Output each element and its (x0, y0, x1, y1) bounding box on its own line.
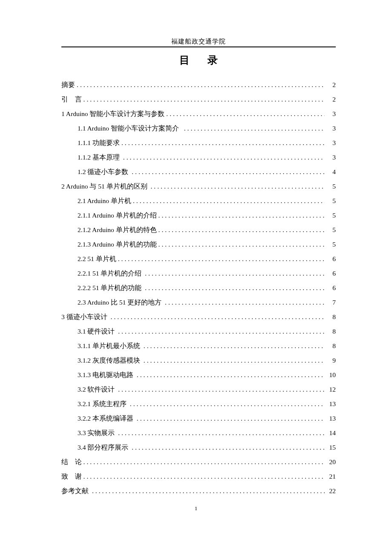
toc-list: 摘要2引 言21 Arduino 智能小车设计方案与参数31.1 Arduino… (61, 81, 336, 494)
toc-entry-label: 引 言 (61, 96, 82, 103)
toc-entry: 3.1.1 单片机最小系统 8 (61, 343, 336, 349)
toc-entry-label: 摘要 (61, 81, 75, 88)
toc-leader (159, 227, 325, 233)
toc-entry-label: 2.1 Arduino 单片机 (78, 198, 131, 204)
toc-entry-label: 致 谢 (61, 473, 82, 480)
toc-entry-page: 8 (326, 328, 336, 335)
toc-entry-label: 1.1 Arduino 智能小车设计方案简介 (78, 125, 182, 132)
toc-entry-page: 6 (326, 270, 336, 277)
toc-leader (121, 139, 325, 146)
toc-entry-page: 3 (326, 139, 336, 146)
toc-entry-label: 3.1.2 灰度传感器模块 (78, 357, 142, 364)
toc-entry-page: 13 (326, 415, 336, 422)
toc-entry: 2.1.1 Arduino 单片机的介绍5 (61, 212, 336, 219)
toc-leader (130, 401, 325, 407)
toc-entry-page: 13 (326, 401, 336, 407)
toc-leader (77, 81, 325, 88)
toc-entry: 参考文献 22 (61, 488, 336, 494)
toc-entry: 2 Arduino 与 51 单片机的区别 5 (61, 183, 336, 190)
toc-entry-label: 3.2.1 系统主程序 (78, 401, 128, 407)
header-rule (61, 46, 336, 47)
header-institution: 福建船政交通学院 (61, 38, 336, 46)
toc-leader (118, 430, 325, 436)
toc-entry-page: 3 (326, 125, 336, 132)
toc-entry-label: 1.2 循迹小车参数 (78, 169, 130, 175)
toc-entry-label: 2.2 51 单片机 (78, 256, 116, 262)
toc-entry: 2.2.1 51 单片机的介绍 6 (61, 270, 336, 277)
toc-leader (84, 96, 325, 103)
toc-leader (144, 343, 325, 349)
toc-entry-label: 1.1.1 功能要求 (78, 139, 120, 146)
toc-leader (92, 488, 325, 494)
toc-leader (118, 256, 325, 262)
toc-entry-label: 参考文献 (61, 488, 90, 494)
toc-entry: 2.1.3 Arduino 单片机的功能5 (61, 241, 336, 248)
toc-entry: 引 言2 (61, 96, 336, 103)
toc-leader (111, 314, 325, 320)
toc-leader (132, 169, 325, 175)
toc-leader (137, 372, 325, 378)
toc-title: 目 录 (61, 53, 336, 67)
toc-entry: 1.1.2 基本原理 3 (61, 154, 336, 161)
toc-leader (184, 125, 325, 132)
toc-leader (132, 444, 325, 451)
toc-entry: 3.1.2 灰度传感器模块 9 (61, 357, 336, 364)
toc-entry: 2.1 Arduino 单片机5 (61, 198, 336, 204)
toc-entry-label: 2.2.2 51 单片机的功能 (78, 285, 143, 291)
toc-entry-page: 6 (326, 285, 336, 291)
toc-leader (165, 299, 325, 306)
toc-entry-page: 6 (326, 256, 336, 262)
toc-leader (84, 473, 325, 480)
toc-entry: 2.2.2 51 单片机的功能 6 (61, 285, 336, 291)
toc-entry-label: 2.1.2 Arduino 单片机的特色 (78, 227, 157, 233)
toc-entry-label: 3.1 硬件设计 (78, 328, 116, 335)
toc-leader (166, 110, 325, 117)
toc-entry-page: 5 (326, 227, 336, 233)
toc-leader (118, 386, 325, 393)
toc-entry: 1.1.1 功能要求3 (61, 139, 336, 146)
toc-leader (133, 198, 325, 204)
toc-leader (118, 328, 325, 335)
toc-entry: 3.2.1 系统主程序 13 (61, 401, 336, 407)
toc-entry-page: 20 (326, 459, 336, 465)
toc-entry: 致 谢21 (61, 473, 336, 480)
toc-leader (159, 241, 325, 248)
toc-entry: 3.1 硬件设计 8 (61, 328, 336, 335)
toc-entry-page: 2 (326, 81, 336, 88)
toc-entry: 1.1 Arduino 智能小车设计方案简介 3 (61, 125, 336, 132)
toc-entry-page: 9 (326, 357, 336, 364)
toc-entry-page: 5 (326, 212, 336, 219)
toc-leader (145, 270, 325, 277)
toc-entry-label: 2.1.3 Arduino 单片机的功能 (78, 241, 157, 248)
toc-entry: 2.2 51 单片机6 (61, 256, 336, 262)
toc-leader (150, 183, 325, 190)
toc-entry: 3.4 部分程序展示 15 (61, 444, 336, 451)
toc-leader (137, 415, 325, 422)
toc-entry-page: 10 (326, 372, 336, 378)
toc-entry-page: 12 (326, 386, 336, 393)
toc-entry-label: 结 论 (61, 459, 82, 465)
toc-entry-label: 1 Arduino 智能小车设计方案与参数 (61, 110, 164, 117)
toc-entry: 2.3 Arduino 比 51 更好的地方 7 (61, 299, 336, 306)
toc-entry: 3 循迹小车设计 8 (61, 314, 336, 320)
toc-entry-page: 8 (326, 314, 336, 320)
toc-entry-label: 1.1.2 基本原理 (78, 154, 121, 161)
toc-entry-page: 15 (326, 444, 336, 451)
toc-entry: 3.1.3 电机驱动电路 10 (61, 372, 336, 378)
toc-leader (159, 212, 325, 219)
toc-leader (145, 285, 325, 291)
toc-entry: 结 论20 (61, 459, 336, 465)
toc-entry: 3.2 软件设计 12 (61, 386, 336, 393)
toc-entry: 1.2 循迹小车参数 4 (61, 169, 336, 175)
toc-entry-page: 5 (326, 241, 336, 248)
toc-entry-page: 14 (326, 430, 336, 436)
toc-entry-page: 21 (326, 473, 336, 480)
toc-entry-page: 2 (326, 96, 336, 103)
toc-entry-page: 5 (326, 198, 336, 204)
toc-entry: 1 Arduino 智能小车设计方案与参数3 (61, 110, 336, 117)
toc-entry-page: 3 (326, 154, 336, 161)
toc-entry-page: 22 (326, 488, 336, 494)
toc-leader (144, 357, 325, 364)
toc-entry-label: 3.4 部分程序展示 (78, 444, 130, 451)
toc-entry-label: 3 循迹小车设计 (61, 314, 109, 320)
